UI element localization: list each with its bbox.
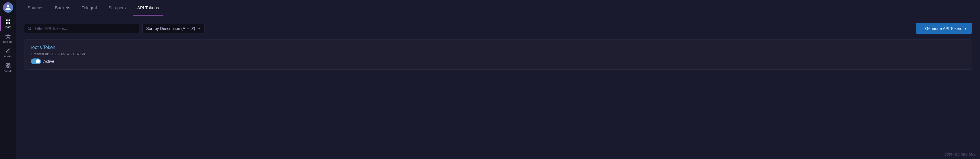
- books-icon: [5, 48, 11, 54]
- sidebar-item-data[interactable]: Data: [0, 16, 16, 31]
- generate-btn-label: Generate API Token: [925, 26, 961, 31]
- token-card: root's Token Created at: 2023-02-24 21:3…: [24, 39, 972, 70]
- sidebar-item-books[interactable]: Books: [0, 45, 16, 60]
- token-status: Active: [31, 58, 965, 64]
- content-area: Sort by Description (A → Z) ▼ + Generate…: [16, 16, 980, 159]
- svg-rect-1: [8, 19, 10, 21]
- sidebar-item-boards[interactable]: Boards: [0, 60, 16, 75]
- sort-dropdown[interactable]: Sort by Description (A → Z) ▼: [142, 24, 205, 34]
- status-label: Active: [43, 59, 54, 64]
- svg-rect-5: [8, 64, 10, 65]
- search-container: [24, 24, 139, 34]
- sort-label: Sort by Description (A → Z): [146, 26, 195, 31]
- svg-line-9: [30, 29, 31, 30]
- tab-telegraf[interactable]: Telegraf: [77, 1, 102, 16]
- search-input[interactable]: [24, 24, 139, 34]
- tab-api-tokens[interactable]: API Tokens: [133, 1, 164, 16]
- generate-api-token-button[interactable]: + Generate API Token ▼: [916, 23, 972, 34]
- active-toggle[interactable]: [31, 58, 41, 64]
- plus-icon: +: [921, 25, 924, 31]
- watermark: CSDN @吴萌的代/Ma: [944, 153, 975, 157]
- explore-icon: [5, 33, 11, 39]
- token-created-at: Created at: 2023-02-24 21:37:58: [31, 52, 965, 56]
- sidebar-item-label: Books: [4, 55, 12, 58]
- svg-rect-0: [6, 19, 8, 21]
- svg-rect-4: [6, 64, 8, 66]
- tab-scrapers[interactable]: Scrapers: [104, 1, 130, 16]
- sidebar-item-label: Boards: [3, 70, 12, 72]
- boards-icon: [5, 63, 11, 69]
- svg-point-8: [28, 27, 31, 29]
- svg-rect-6: [8, 66, 10, 68]
- tab-sources[interactable]: Sources: [23, 1, 48, 16]
- filter-row: Sort by Description (A → Z) ▼ + Generate…: [24, 23, 972, 34]
- tab-buckets[interactable]: Buckets: [50, 1, 75, 16]
- svg-rect-7: [6, 67, 8, 68]
- created-label: Created at:: [31, 52, 49, 56]
- avatar[interactable]: [3, 2, 13, 13]
- chevron-down-icon: ▼: [197, 27, 201, 31]
- sidebar-item-label: Explore: [3, 40, 13, 43]
- svg-rect-3: [8, 22, 10, 24]
- sidebar-item-label: Data: [5, 26, 11, 29]
- tab-nav: Sources Buckets Telegraf Scrapers API To…: [16, 0, 980, 16]
- created-at-value: 2023-02-24 21:37:58: [50, 52, 85, 56]
- sidebar: Data Explore Books Boards: [0, 0, 16, 159]
- main-content: Sources Buckets Telegraf Scrapers API To…: [16, 0, 980, 159]
- sidebar-item-explore[interactable]: Explore: [0, 31, 16, 45]
- data-icon: [5, 18, 11, 25]
- dropdown-chevron-icon: ▼: [964, 27, 967, 31]
- svg-rect-2: [6, 22, 8, 24]
- token-name[interactable]: root's Token: [31, 45, 965, 50]
- search-icon: [27, 27, 32, 31]
- toggle-slider: [31, 58, 41, 64]
